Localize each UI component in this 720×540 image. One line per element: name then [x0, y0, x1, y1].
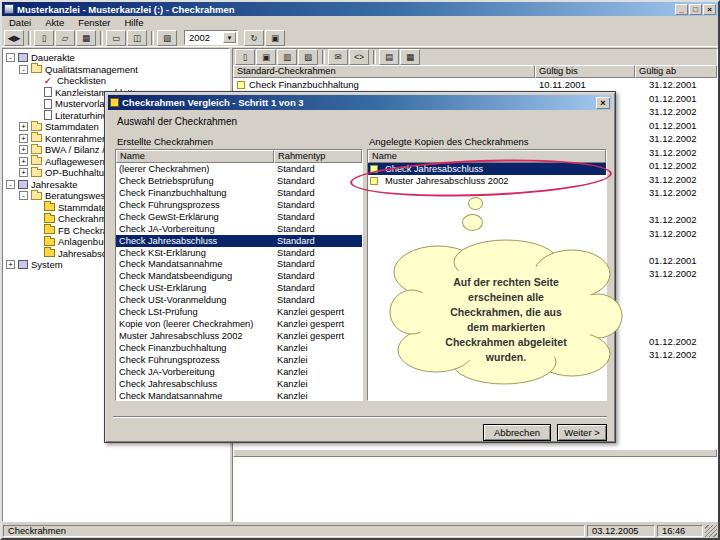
doc-icon: [44, 87, 52, 97]
menu-item-fenster[interactable]: Fenster: [71, 16, 117, 29]
left-table-label: Erstellte Checkrahmen: [117, 136, 213, 147]
paste-icon[interactable]: ▧: [298, 49, 318, 65]
row-rahmentyp: Standard: [274, 295, 362, 305]
refresh-icon[interactable]: ↻: [244, 30, 264, 46]
open-document-icon[interactable]: ▱: [55, 30, 75, 46]
checkrahmen-row[interactable]: (leerer Checkrahmen)Standard: [116, 163, 362, 175]
main-toolbar: ◀▶▯▱▦▭◫▨ 2002 ▼ ↻▣: [2, 29, 718, 47]
copy-icon[interactable]: ▥: [277, 49, 297, 65]
checkrahmen-row[interactable]: Check FührungsprozessKanzlei: [116, 354, 362, 366]
checkrahmen-row[interactable]: Check FinanzbuchhaltungKanzlei: [116, 342, 362, 354]
folder-icon: [31, 157, 42, 165]
checkrahmen-row[interactable]: Check JA-VorbereitungKanzlei: [116, 366, 362, 378]
cell-gueltig-ab: 01.12.2001: [635, 255, 717, 266]
row-name: Check Finanzbuchhaltung: [116, 188, 274, 198]
checkrahmen-row[interactable]: Check JA-VorbereitungStandard: [116, 223, 362, 235]
expander-icon[interactable]: -: [6, 180, 15, 189]
book-icon: [18, 260, 28, 269]
maximize-button[interactable]: □: [689, 4, 702, 15]
minimize-button[interactable]: _: [675, 4, 688, 15]
tree-item-dauerakte[interactable]: -Dauerakte: [3, 52, 229, 64]
column-gueltig-ab[interactable]: Gültig ab: [635, 65, 717, 78]
book-icon: [18, 53, 28, 62]
new-document-icon[interactable]: ▯: [34, 30, 54, 46]
column-standard-checkrahmen[interactable]: Standard-Checkrahmen: [233, 65, 535, 78]
window-view-icon[interactable]: ▣: [265, 30, 285, 46]
expander-icon[interactable]: -: [19, 65, 28, 74]
checkrahmen-row[interactable]: Check MandatsannahmeKanzlei: [116, 390, 362, 401]
chart-view-icon[interactable]: ▨: [157, 30, 177, 46]
close-button[interactable]: ×: [703, 4, 716, 15]
cell-gueltig-ab: 01.12.2002: [635, 336, 717, 347]
folder-icon: [31, 65, 42, 73]
table-view-icon[interactable]: ▦: [76, 30, 96, 46]
checkrahmen-row[interactable]: Kopie von (leerer Checkrahmen)Kanzlei ge…: [116, 318, 362, 330]
kopie-row[interactable]: Muster Jahresabschluss 2002: [368, 175, 606, 187]
new-document-icon[interactable]: ▯: [235, 49, 255, 65]
next-button[interactable]: Weiter >: [557, 424, 607, 441]
row-rahmentyp: Standard: [274, 248, 362, 258]
tree-item-label: Checklisten: [57, 75, 106, 86]
expander-icon[interactable]: +: [6, 260, 15, 269]
tree-item-qualit-tsmanagement[interactable]: -Qualitätsmanagement: [3, 64, 229, 76]
row-rahmentyp: Standard: [274, 176, 362, 186]
menu-item-datei[interactable]: Datei: [2, 16, 38, 29]
folder-icon: [31, 123, 42, 131]
checkrahmen-row[interactable]: Check USt-ErklärungStandard: [116, 282, 362, 294]
checkrahmen-row[interactable]: Check GewSt-ErklärungStandard: [116, 211, 362, 223]
checkrahmen-row[interactable]: Check MandatsbeendigungStandard: [116, 270, 362, 282]
columns-view-icon[interactable]: ▦: [400, 49, 420, 65]
print-icon[interactable]: ▭: [106, 30, 126, 46]
expander-icon[interactable]: +: [19, 168, 28, 177]
column-name[interactable]: Name: [116, 150, 274, 163]
code-view-icon[interactable]: <>: [349, 49, 369, 65]
save-icon[interactable]: ▣: [256, 49, 276, 65]
chevron-down-icon[interactable]: ▼: [223, 32, 236, 43]
dialog-close-button[interactable]: ×: [596, 97, 610, 109]
toolbar-separator: [151, 31, 154, 45]
expander-icon[interactable]: +: [19, 122, 28, 131]
print-preview-icon[interactable]: ◫: [127, 30, 147, 46]
folder-icon: [31, 134, 42, 142]
expander-icon[interactable]: +: [19, 134, 28, 143]
checkrahmen-icon: [370, 177, 378, 185]
column-name[interactable]: Name: [368, 150, 606, 163]
checkrahmen-row[interactable]: Check FinanzbuchhaltungStandard: [116, 187, 362, 199]
row-name: Muster Jahresabschluss 2002: [382, 176, 606, 186]
column-rahmentyp[interactable]: Rahmentyp: [274, 150, 362, 163]
folder-yellow-icon: [44, 203, 55, 211]
expander-icon[interactable]: +: [19, 145, 28, 154]
list-view-icon[interactable]: ▤: [379, 49, 399, 65]
row-rahmentyp: Kanzlei gesperrt: [274, 319, 362, 329]
checkrahmen-row[interactable]: Check BetriebsprüfungStandard: [116, 175, 362, 187]
nav-back-forward-icon[interactable]: ◀▶: [4, 30, 24, 46]
row-name: Check Betriebsprüfung: [116, 176, 274, 186]
checkrahmen-row[interactable]: Check FührungsprozessStandard: [116, 199, 362, 211]
kopien-table: Name Check JahresabschlussMuster Jahresa…: [367, 149, 607, 401]
expander-icon[interactable]: -: [19, 191, 28, 200]
checkrahmen-row[interactable]: Check USt-VoranmeldungStandard: [116, 294, 362, 306]
mail-icon[interactable]: ✉: [328, 49, 348, 65]
kopie-row[interactable]: Check Jahresabschluss: [368, 163, 606, 175]
checkrahmen-row[interactable]: Check JahresabschlussStandard: [116, 235, 362, 247]
cancel-button[interactable]: Abbrechen: [483, 424, 551, 441]
checkrahmen-row[interactable]: Check LSt-PrüfungKanzlei gesperrt: [116, 306, 362, 318]
left-table-header: Name Rahmentyp: [116, 150, 362, 163]
column-gueltig-bis[interactable]: Gültig bis: [535, 65, 635, 78]
expander-icon[interactable]: -: [6, 53, 15, 62]
checkrahmen-row[interactable]: Check JahresabschlussKanzlei: [116, 378, 362, 390]
year-select[interactable]: 2002 ▼: [184, 30, 238, 45]
menu-item-akte[interactable]: Akte: [38, 16, 71, 29]
tree-item-label: Stammdaten: [45, 121, 99, 132]
expander-icon[interactable]: +: [19, 157, 28, 166]
cell-name: Check Finanzbuchhaltung: [233, 79, 535, 90]
resize-grip[interactable]: [705, 525, 717, 537]
checkrahmen-row[interactable]: Check MandatsannahmeStandard: [116, 259, 362, 271]
menu-bar: DateiAkteFensterHilfe: [2, 16, 718, 29]
checkrahmen-row[interactable]: Check KSt-ErklärungStandard: [116, 247, 362, 259]
checkrahmen-row[interactable]: Muster Jahresabschluss 2002Kanzlei gespe…: [116, 330, 362, 342]
splitter[interactable]: [233, 449, 717, 457]
table-row[interactable]: Check Finanzbuchhaltung10.11.200131.12.2…: [233, 78, 717, 92]
tree-item-checklisten[interactable]: Checklisten: [3, 75, 229, 87]
menu-item-hilfe[interactable]: Hilfe: [117, 16, 150, 29]
